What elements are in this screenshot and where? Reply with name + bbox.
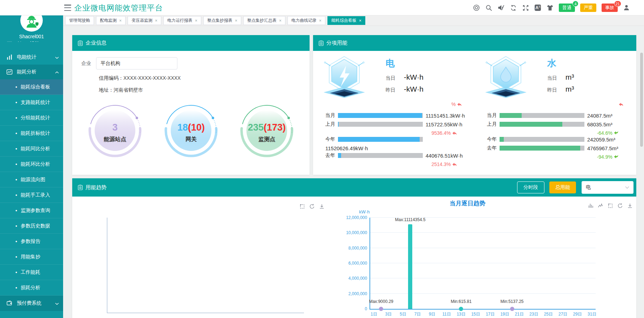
- line-type-icon[interactable]: [598, 203, 603, 208]
- tab-close-icon[interactable]: ×: [235, 18, 237, 23]
- vertical-scrollbar[interactable]: [640, 53, 643, 147]
- sidebar-group-prepaid[interactable]: 预付费系统: [0, 296, 63, 311]
- x-axis-tick-label: 15日: [471, 311, 480, 317]
- tab-4[interactable]: 电力运行报表×: [163, 16, 201, 25]
- sidebar-item-1[interactable]: •能耗综合看板: [0, 79, 63, 95]
- mute-icon[interactable]: [497, 4, 504, 11]
- company-input[interactable]: [96, 57, 177, 69]
- sidebar-item-label: 用能集抄: [21, 254, 40, 260]
- bar-type-icon[interactable]: [588, 203, 594, 208]
- sidebar-item-11[interactable]: •参数报告: [0, 234, 63, 249]
- company-label: 企业: [81, 60, 91, 67]
- tab-close-icon[interactable]: ×: [119, 18, 122, 23]
- theme-icon[interactable]: [547, 4, 554, 11]
- water-hexagon-icon: [476, 54, 535, 101]
- sidebar-item-clipped[interactable]: 管理驾驶舱: [0, 41, 63, 50]
- app-title: 企业微电网能效管理平台: [74, 3, 163, 13]
- sidebar-group-2[interactable]: 能耗分析: [0, 65, 63, 79]
- restore-icon[interactable]: [617, 203, 623, 208]
- download-icon[interactable]: [627, 203, 633, 208]
- tab-8[interactable]: 能耗综合看板×: [327, 16, 365, 25]
- sidebar-item-13[interactable]: •工作能耗: [0, 265, 63, 280]
- x-axis-tick-label: 7日: [414, 311, 421, 317]
- sidebar-item-9[interactable]: •监测参数查询: [0, 203, 63, 218]
- chart-data-point[interactable]: [510, 307, 514, 311]
- chevron-down-icon: [55, 300, 59, 306]
- tab-1[interactable]: 管理驾驶舱: [65, 16, 94, 25]
- sidebar-item-3[interactable]: •分组能耗统计: [0, 110, 63, 126]
- hamburger-menu-icon[interactable]: [64, 5, 71, 11]
- tab-close-icon[interactable]: ×: [195, 18, 197, 23]
- tab-5[interactable]: 整点集抄报表×: [203, 16, 241, 25]
- tab-close-icon[interactable]: ×: [279, 18, 282, 23]
- stat-gauge-3: 235(173) 监测点: [239, 102, 295, 159]
- chart-plot-area[interactable]: 02,000,0004,000,0006,000,0008,000,00010,…: [370, 218, 596, 310]
- bullet-icon: •: [15, 239, 17, 244]
- chevron-up-icon: [55, 69, 59, 75]
- trend-up-arrow-icon: [618, 102, 624, 106]
- tab-label: 电力运行报表: [167, 18, 192, 24]
- restore-icon[interactable]: [309, 204, 315, 209]
- tab-close-icon[interactable]: ×: [319, 18, 321, 23]
- translate-icon[interactable]: A文: [534, 4, 541, 11]
- download-icon[interactable]: [319, 204, 325, 209]
- tab-6[interactable]: 整点集抄汇总表×: [243, 16, 285, 25]
- zoom-box-icon[interactable]: [299, 204, 305, 209]
- header-actions: A文普通4严重事故21: [473, 0, 630, 15]
- tab-3[interactable]: 变压器监测×: [128, 16, 161, 25]
- alarm-button-3[interactable]: 事故21: [602, 4, 618, 12]
- svg-text:18(10): 18(10): [177, 122, 204, 133]
- daily-percent-change: %: [315, 101, 462, 108]
- trend-down-arrow-icon: [614, 155, 619, 159]
- bar-track: [500, 146, 584, 151]
- sidebar-item-6[interactable]: •能耗环比分析: [0, 157, 63, 172]
- tab-2[interactable]: 配电监测×: [96, 16, 126, 25]
- bar-track: [500, 137, 584, 142]
- x-axis-tick-label: 25日: [544, 311, 553, 317]
- chart-data-point[interactable]: [379, 307, 383, 311]
- tab-7[interactable]: 电力曲线记录×: [287, 16, 325, 25]
- sidebar-item-8[interactable]: •能耗手工录入: [0, 187, 63, 203]
- bar-fill: [338, 113, 422, 118]
- chart-annotation: Max:9000.29: [369, 299, 393, 304]
- tab-close-icon[interactable]: ×: [359, 18, 361, 23]
- energy-bar-row: 去年440676.51kW·h: [325, 153, 468, 158]
- alarm-button-2[interactable]: 严重: [580, 4, 596, 12]
- sidebar-item-2[interactable]: •支路能耗统计: [0, 95, 63, 110]
- chart-annotation: Min:615.81: [451, 299, 472, 304]
- search-icon[interactable]: [485, 4, 492, 11]
- total-energy-button[interactable]: 总用能: [549, 181, 576, 193]
- zoom-box-icon[interactable]: [608, 203, 613, 208]
- sidebar-item-12[interactable]: •用能集抄: [0, 249, 63, 265]
- energy-bar-row: 上月115722.55kW·h: [325, 121, 468, 127]
- alarm-button-1[interactable]: 普通4: [559, 4, 575, 12]
- bullet-icon: •: [15, 254, 17, 260]
- fullscreen-icon[interactable]: [522, 4, 529, 11]
- sidebar-group-1[interactable]: 电能统计: [0, 50, 63, 65]
- credit-code-line: 信用编码：XXXX-XXXX-XXXX-XXXX: [99, 75, 300, 81]
- chart-data-point[interactable]: [459, 307, 463, 311]
- tab-close-icon[interactable]: ×: [155, 18, 157, 23]
- sidebar-item-10[interactable]: •参数历史数据: [0, 218, 63, 234]
- user-icon[interactable]: [623, 4, 630, 11]
- x-axis-tick-label: 13日: [457, 311, 466, 317]
- bar-fill: [500, 146, 580, 151]
- sidebar-group-label: 能耗分析: [17, 69, 55, 75]
- x-axis-tick-label: 21日: [515, 311, 524, 317]
- bullet-icon: •: [15, 208, 17, 213]
- sidebar-item-5[interactable]: •能耗同比分析: [0, 141, 63, 157]
- chart-bar[interactable]: [408, 224, 412, 309]
- help-ring-icon[interactable]: [473, 4, 480, 11]
- stat-gauges: 3 能源站点 18(10) 网关 235(173) 监测点: [81, 102, 300, 159]
- gridline: [370, 248, 596, 248]
- x-axis-tick-label: 31日: [588, 311, 596, 317]
- refresh-icon[interactable]: [510, 4, 517, 11]
- tab-label: 电力曲线记录: [291, 18, 317, 24]
- time-period-button[interactable]: 分时段: [517, 181, 544, 193]
- alarm-button-label: 严重: [584, 5, 593, 11]
- sidebar-item-4[interactable]: •能耗折标统计: [0, 126, 63, 141]
- sidebar-item-7[interactable]: •能源流向图: [0, 172, 63, 187]
- sidebar-item-14[interactable]: •损耗分析: [0, 280, 63, 296]
- energy-type-select[interactable]: 电: [582, 181, 633, 194]
- gridline: [370, 293, 596, 294]
